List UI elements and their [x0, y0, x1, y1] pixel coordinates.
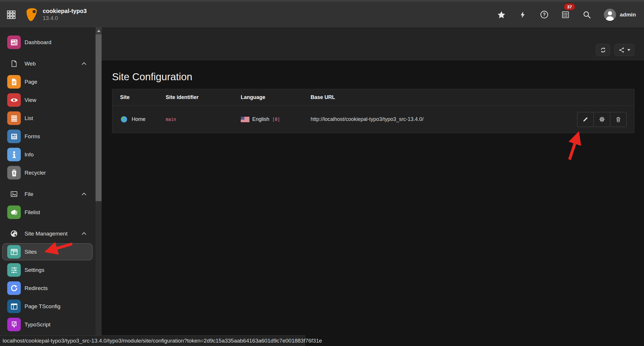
sidebar-section-file[interactable]: File [2, 186, 93, 203]
star-icon [497, 10, 506, 19]
sites-icon [7, 245, 21, 259]
sidebar-item-view[interactable]: View [2, 91, 93, 109]
page-tsconfig-icon [7, 300, 21, 313]
docheader [102, 27, 644, 61]
sidebar-section-web[interactable]: Web [2, 55, 93, 72]
sidebar-item-label: Dashboard [25, 39, 51, 46]
svg-text:?: ? [543, 12, 546, 17]
delete-icon [615, 116, 621, 123]
sidebar-item-label: List [25, 115, 33, 121]
sidebar-section-label: Web [25, 61, 36, 67]
sidebar-item-page-tsconfig[interactable]: Page TSconfig [2, 298, 93, 315]
site-title: cookiepal-typo3 13.4.0 [43, 8, 87, 22]
notifications-icon [561, 10, 570, 19]
list-icon [7, 111, 21, 125]
sidebar-section-label: File [25, 191, 33, 197]
search-icon [583, 10, 591, 19]
avatar [604, 8, 616, 21]
scrollbar-up-button[interactable] [96, 27, 102, 34]
topbar: cookiepal-typo3 13.4.0 ? 37 [0, 0, 644, 27]
site-cell: Home [120, 115, 166, 123]
web-icon [7, 57, 21, 70]
row-actions [568, 112, 634, 127]
sidebar-item-label: Page [25, 79, 37, 85]
sidebar-item-label: Filelist [25, 209, 40, 216]
sidebar-item-recycler[interactable]: Recycler [2, 164, 93, 181]
table-row: Home main English [0 [112, 106, 634, 133]
forms-icon [7, 130, 21, 143]
filelist-icon [7, 205, 21, 219]
sidebar-item-label: Redirects [25, 285, 48, 291]
recycler-icon [7, 166, 21, 179]
sidebar-item-list[interactable]: List [2, 110, 93, 127]
sidebar-item-sites[interactable]: Sites [2, 243, 93, 260]
info-icon [7, 148, 21, 161]
sidebar-item-info[interactable]: Info [2, 146, 93, 163]
sidebar-item-forms[interactable]: Forms [2, 128, 93, 145]
scrollbar-thumb[interactable] [96, 34, 102, 201]
help-icon: ? [540, 10, 549, 19]
us-flag-icon [241, 117, 249, 122]
column-header-language: Language [241, 94, 311, 100]
sidebar-item-label: Sites [25, 249, 37, 255]
sidebar-item-typoscript[interactable]: TypoScript [2, 316, 93, 333]
share-icon [618, 47, 625, 53]
sidebar-scrollbar[interactable] [96, 27, 102, 346]
chevron-up-icon [81, 62, 87, 65]
delete-site-button[interactable] [610, 112, 627, 127]
site-name: Home [132, 116, 145, 122]
chevron-up-icon [81, 232, 87, 235]
sidebar-section-site-management[interactable]: Site Management [2, 225, 93, 242]
site-identifier: main [166, 117, 241, 122]
system-information-button[interactable]: 37 [561, 10, 570, 19]
sidebar-item-label: View [25, 97, 36, 103]
site-configuration-table: Site Site identifier Language Base URL H… [112, 89, 634, 133]
username: admin [620, 12, 636, 18]
refresh-icon [600, 46, 607, 54]
site-settings-button[interactable] [593, 112, 610, 127]
user-menu[interactable]: admin [604, 8, 636, 21]
apps-grid-icon[interactable] [6, 10, 16, 20]
edit-icon [582, 116, 589, 123]
status-bar-link-preview: localhost/cookiepal-typo3/typo3_src-13.4… [0, 335, 305, 346]
sidebar-item-settings[interactable]: Settings [2, 261, 93, 278]
column-header-site: Site [120, 94, 166, 100]
chevron-up-icon [81, 192, 87, 196]
module-menu: Dashboard Web Page View List [0, 27, 96, 346]
site-name: cookiepal-typo3 [43, 8, 87, 15]
clear-cache-button[interactable] [518, 10, 527, 19]
sidebar-item-filelist[interactable]: Filelist [2, 204, 93, 221]
language-name: English [252, 116, 269, 122]
sidebar-section-label: Site Management [25, 231, 68, 237]
docheader-buttons [596, 44, 634, 56]
sidebar-item-redirects[interactable]: Redirects [2, 280, 93, 297]
table-header-row: Site Site identifier Language Base URL [112, 89, 634, 106]
typoscript-icon [7, 318, 21, 331]
topbar-left: cookiepal-typo3 13.4.0 [0, 8, 87, 22]
reload-button[interactable] [596, 44, 610, 56]
share-button[interactable] [614, 44, 634, 56]
language-index: [0] [272, 117, 280, 122]
search-button[interactable] [582, 10, 591, 19]
edit-site-button[interactable] [577, 112, 594, 127]
sidebar-item-label: Page TSconfig [25, 303, 60, 310]
topbar-right: ? 37 [497, 8, 636, 21]
language-cell: English [0] [241, 116, 311, 122]
scroll-up-icon [97, 30, 100, 32]
gear-icon [599, 116, 605, 123]
typo3-logo [25, 8, 38, 21]
site-management-icon [7, 227, 21, 240]
bookmark-button[interactable] [497, 10, 506, 19]
base-url: http://localhost/cookiepal-typo3/typo3_s… [311, 116, 568, 122]
sidebar-item-dashboard[interactable]: Dashboard [2, 34, 93, 51]
sidebar-item-label: Recycler [25, 170, 46, 176]
column-header-base-url: Base URL [311, 94, 568, 100]
page-icon [7, 75, 21, 89]
typo3-version: 13.4.0 [43, 15, 87, 22]
settings-icon [7, 263, 21, 277]
column-header-site-identifier: Site identifier [166, 94, 241, 100]
sidebar-item-label: Settings [25, 267, 44, 273]
sidebar-item-page[interactable]: Page [2, 73, 93, 90]
help-button[interactable]: ? [540, 10, 549, 19]
sidebar-item-label: TypoScript [25, 321, 51, 328]
